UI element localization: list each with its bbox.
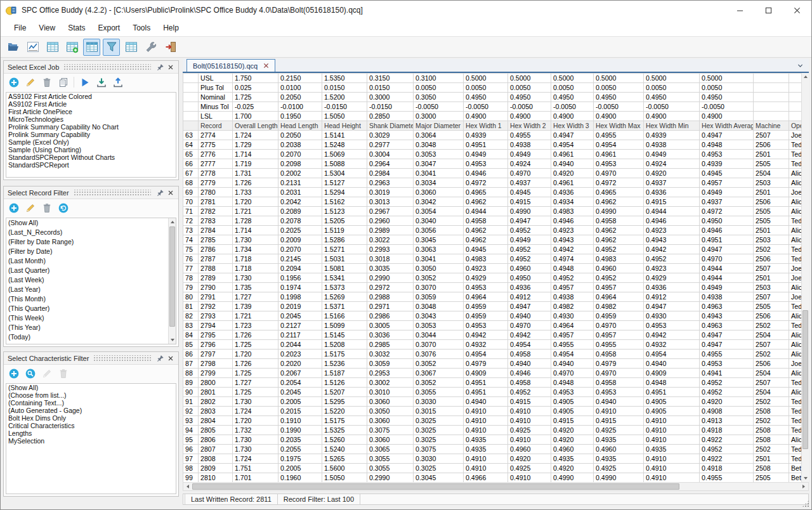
maximize-button[interactable] xyxy=(754,1,783,20)
value-cell[interactable]: 0.4959 xyxy=(594,311,644,321)
value-cell[interactable]: 0.4970 xyxy=(700,254,754,264)
value-cell[interactable]: 1.5341 xyxy=(322,273,367,283)
value-cell[interactable]: 0.4908 xyxy=(700,407,754,416)
value-cell[interactable]: 0.4958 xyxy=(594,350,644,359)
value-cell[interactable]: 0.3075 xyxy=(414,445,464,454)
tolerance-value-cell[interactable]: 1.700 xyxy=(233,112,278,121)
value-cell[interactable]: 0.2038 xyxy=(278,140,322,150)
operator-cell[interactable]: Ted xyxy=(789,397,802,407)
list-item[interactable]: First Article OnePiece xyxy=(6,108,176,115)
value-cell[interactable]: 0.4923 xyxy=(464,264,508,273)
value-cell[interactable]: 0.4957 xyxy=(551,283,594,292)
value-cell[interactable]: 0.2963 xyxy=(367,178,414,188)
value-cell[interactable]: 1.5271 xyxy=(322,245,367,254)
tab-bolt-file[interactable]: Bolt(051618150).qcq xyxy=(187,59,275,72)
operator-cell[interactable]: Joe xyxy=(789,131,802,140)
value-cell[interactable]: 0.2131 xyxy=(278,178,322,188)
operator-cell[interactable]: Alic xyxy=(789,235,802,245)
operator-cell[interactable]: Alic xyxy=(789,388,802,397)
value-cell[interactable]: 1.5269 xyxy=(322,292,367,302)
value-cell[interactable]: 1.5205 xyxy=(322,216,367,226)
value-cell[interactable]: 0.4959 xyxy=(464,311,508,321)
machine-cell[interactable]: 2505 xyxy=(754,473,789,483)
value-cell[interactable]: 0.2050 xyxy=(278,131,322,140)
list-item[interactable]: (This Week) xyxy=(6,313,176,323)
grid-add-button[interactable] xyxy=(63,39,81,56)
value-cell[interactable]: 0.4923 xyxy=(551,226,594,235)
tolerance-value-cell[interactable]: 0.4950 xyxy=(594,93,644,102)
value-cell[interactable]: 0.4910 xyxy=(644,435,700,445)
value-cell[interactable]: 0.4963 xyxy=(700,302,754,311)
value-cell[interactable]: 0.2990 xyxy=(367,273,414,283)
value-cell[interactable]: 0.4983 xyxy=(464,254,508,264)
machine-cell[interactable]: 2501 xyxy=(754,454,789,464)
value-cell[interactable]: 0.4951 xyxy=(464,378,508,388)
operator-cell[interactable]: Alic xyxy=(789,330,802,340)
value-cell[interactable]: 1.725 xyxy=(233,369,278,378)
value-cell[interactable]: 0.4952 xyxy=(594,245,644,254)
operator-cell[interactable]: Ted xyxy=(789,416,802,426)
options-wrench-button[interactable] xyxy=(142,39,159,56)
value-cell[interactable]: 0.2094 xyxy=(278,264,322,273)
value-cell[interactable]: 0.4962 xyxy=(594,235,644,245)
out-of-tolerance-cell[interactable]: 1.5600 xyxy=(322,464,367,473)
value-cell[interactable]: 0.2967 xyxy=(367,207,414,216)
record-cell[interactable]: 2795 xyxy=(199,330,233,340)
value-cell[interactable]: 0.4922 xyxy=(700,454,754,464)
tolerance-value-cell[interactable]: 1.5350 xyxy=(322,74,367,83)
value-cell[interactable]: 0.4950 xyxy=(508,273,551,283)
value-cell[interactable]: 0.4940 xyxy=(644,359,700,369)
value-cell[interactable]: 0.2971 xyxy=(367,302,414,311)
value-cell[interactable]: 0.4915 xyxy=(508,197,551,207)
value-cell[interactable]: 0.4957 xyxy=(700,178,754,188)
value-cell[interactable]: 0.4939 xyxy=(700,159,754,169)
value-cell[interactable]: 1.725 xyxy=(233,388,278,397)
value-cell[interactable]: 0.2055 xyxy=(278,445,322,454)
tab-list-chevron-icon[interactable] xyxy=(795,61,805,70)
value-cell[interactable]: 0.4964 xyxy=(594,292,644,302)
tolerance-value-cell[interactable]: -0.0050 xyxy=(644,102,700,112)
value-cell[interactable]: 0.4953 xyxy=(700,150,754,159)
value-cell[interactable]: 1.731 xyxy=(233,169,278,178)
scroll-thumb[interactable] xyxy=(192,483,679,490)
value-cell[interactable]: 0.3055 xyxy=(414,388,464,397)
list-item[interactable]: Prolink Summary Capability No Chart xyxy=(6,123,176,131)
value-cell[interactable]: 0.4925 xyxy=(508,426,551,435)
value-cell[interactable]: 0.2031 xyxy=(278,188,322,197)
value-cell[interactable]: 0.4970 xyxy=(594,369,644,378)
row-number-cell[interactable]: 66 xyxy=(183,159,199,169)
tolerance-value-cell[interactable]: -0.0150 xyxy=(367,102,414,112)
scroll-thumb[interactable] xyxy=(169,226,175,327)
operator-cell[interactable]: Alic xyxy=(789,197,802,207)
tolerance-value-cell[interactable]: -0.0100 xyxy=(278,102,322,112)
value-cell[interactable]: 0.1956 xyxy=(278,273,322,283)
drag-grip[interactable] xyxy=(93,355,151,361)
machine-cell[interactable]: 2507 xyxy=(754,292,789,302)
value-cell[interactable]: 0.4942 xyxy=(464,330,508,340)
tolerance-value-cell[interactable]: 0.5000 xyxy=(464,74,508,83)
machine-cell[interactable]: 2503 xyxy=(754,283,789,292)
value-cell[interactable]: 0.4912 xyxy=(508,292,551,302)
record-cell[interactable]: 2789 xyxy=(199,273,233,283)
machine-cell[interactable]: 2505 xyxy=(754,302,789,311)
value-cell[interactable]: 0.4958 xyxy=(594,216,644,226)
value-cell[interactable]: 0.4936 xyxy=(644,188,700,197)
menu-file[interactable]: File xyxy=(8,21,32,35)
value-cell[interactable]: 0.3052 xyxy=(414,273,464,283)
value-cell[interactable]: 0.4955 xyxy=(551,340,594,350)
record-cell[interactable]: 2786 xyxy=(199,245,233,254)
value-cell[interactable]: 0.4946 xyxy=(700,226,754,235)
value-cell[interactable]: 0.4962 xyxy=(464,197,508,207)
export-job-button[interactable] xyxy=(94,75,108,89)
value-cell[interactable]: 0.4954 xyxy=(644,350,700,359)
value-cell[interactable]: 0.4915 xyxy=(508,397,551,407)
value-cell[interactable]: 0.1975 xyxy=(278,454,322,464)
value-cell[interactable]: 0.2067 xyxy=(278,369,322,378)
value-cell[interactable]: 0.3030 xyxy=(414,397,464,407)
value-cell[interactable]: 0.2020 xyxy=(278,359,322,369)
value-cell[interactable]: 0.4943 xyxy=(551,235,594,245)
value-cell[interactable]: 1.730 xyxy=(233,445,278,454)
value-cell[interactable]: 0.3054 xyxy=(414,207,464,216)
value-cell[interactable]: 0.4910 xyxy=(594,407,644,416)
value-cell[interactable]: 0.4915 xyxy=(644,197,700,207)
